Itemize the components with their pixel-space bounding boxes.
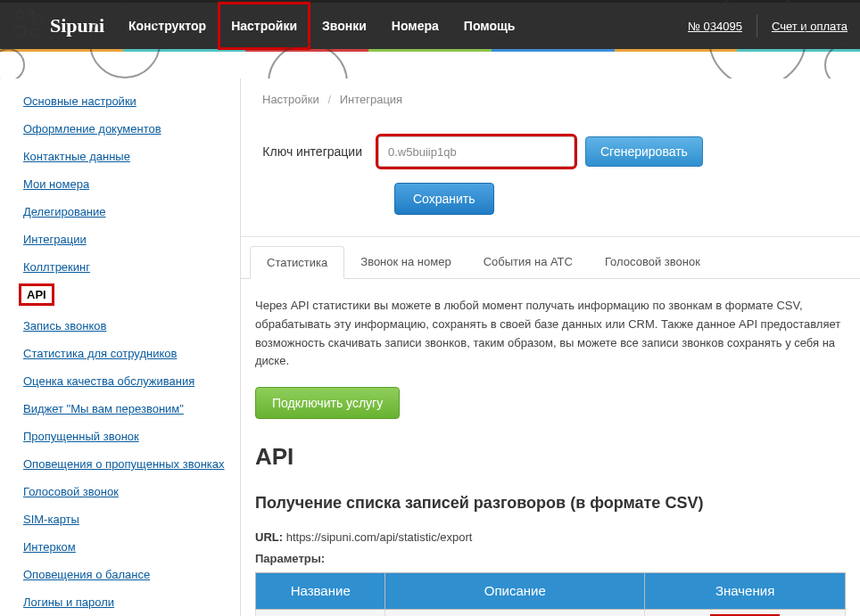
sidebar-item-calltracking[interactable]: Коллтрекинг: [23, 253, 236, 281]
nav-calls[interactable]: Звонки: [310, 3, 379, 49]
sidebar-item-callback-widget[interactable]: Виджет "Мы вам перезвоним": [23, 395, 236, 423]
breadcrumb: Настройки / Интеграция: [241, 78, 860, 120]
nav-settings[interactable]: Настройки: [219, 3, 310, 49]
sidebar-item-missed-notify[interactable]: Оповещения о пропущенных звонках: [23, 450, 236, 478]
tab-statistics[interactable]: Статистика: [250, 246, 344, 279]
sidebar: Основные настройки Оформление документов…: [0, 78, 236, 616]
url-label: URL:: [255, 530, 283, 544]
sidebar-item-logins[interactable]: Логины и пароли: [23, 588, 236, 616]
nav-numbers[interactable]: Номера: [379, 3, 451, 49]
sidebar-item-staffstats[interactable]: Статистика для сотрудников: [23, 340, 236, 367]
tab-pbx-events[interactable]: События на АТС: [467, 246, 589, 278]
integration-key-input[interactable]: [378, 136, 575, 167]
sidebar-item-mynumbers[interactable]: Мои номера: [23, 170, 236, 198]
url-value: https://sipuni.com/api/statistic/export: [286, 530, 473, 544]
th-name: Название: [256, 573, 385, 610]
connect-service-button[interactable]: Подключить услугу: [255, 387, 400, 419]
sidebar-item-sim[interactable]: SIM-карты: [23, 505, 236, 533]
save-button[interactable]: Сохранить: [394, 183, 494, 215]
sidebar-item-quality[interactable]: Оценка качества обслуживания: [23, 367, 236, 395]
breadcrumb-settings[interactable]: Настройки: [262, 93, 319, 106]
tabs: Статистика Звонок на номер События на АТ…: [241, 246, 860, 279]
logo-icon: [12, 9, 46, 43]
sidebar-item-basic[interactable]: Основные настройки: [23, 87, 236, 115]
tab-call-to-number[interactable]: Звонок на номер: [344, 246, 467, 278]
tab-voice-call[interactable]: Голосовой звонок: [589, 246, 716, 278]
th-desc: Описание: [385, 573, 645, 610]
sidebar-item-delegation[interactable]: Делегирование: [23, 198, 236, 226]
sidebar-item-contacts[interactable]: Контактные данные: [23, 143, 236, 170]
params-table: Название Описание Значения user Номер в …: [255, 572, 846, 616]
sidebar-item-integrations[interactable]: Интеграции: [23, 226, 236, 253]
sidebar-item-recording[interactable]: Запись звонков: [23, 312, 236, 340]
params-label: Параметры:: [255, 550, 846, 569]
integration-key-label: Ключ интеграции: [262, 144, 378, 159]
th-value: Значения: [645, 573, 846, 610]
sidebar-item-voicecall[interactable]: Голосовой звонок: [23, 478, 236, 505]
statistics-description: Через API статистики вы можете в любой м…: [255, 297, 846, 371]
table-row: user Номер в системе 034095: [256, 610, 846, 616]
sidebar-item-intercom[interactable]: Интерком: [23, 533, 236, 561]
breadcrumb-integration: Интеграция: [340, 93, 403, 106]
nav-help[interactable]: Помощь: [451, 3, 528, 49]
sidebar-item-documents[interactable]: Оформление документов: [23, 115, 236, 143]
sidebar-item-balance-notify[interactable]: Оповещения о балансе: [23, 561, 236, 588]
sidebar-item-api[interactable]: API: [21, 286, 52, 303]
sidebar-item-missed[interactable]: Пропущенный звонок: [23, 423, 236, 450]
generate-button[interactable]: Сгенерировать: [585, 136, 703, 167]
api-subheading: Получение списка записей разговоров (в ф…: [255, 490, 846, 516]
api-heading: API: [255, 439, 846, 476]
